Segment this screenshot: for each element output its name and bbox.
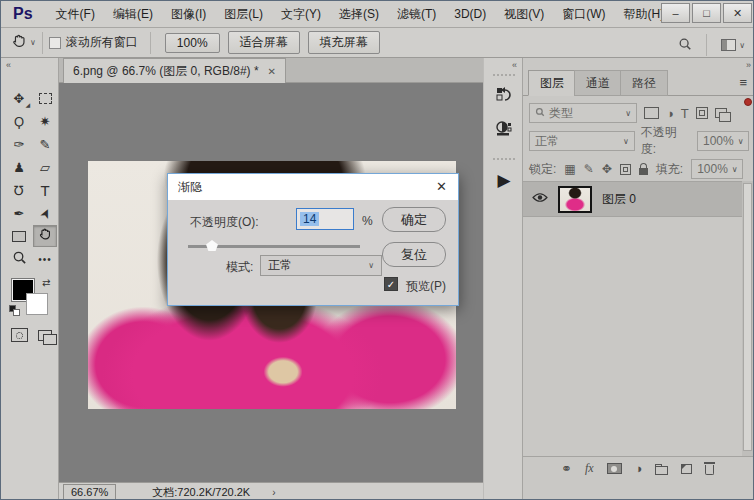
- clone-stamp-tool[interactable]: ♟: [7, 156, 31, 178]
- search-icon[interactable]: [678, 37, 692, 54]
- minimize-button[interactable]: –: [661, 3, 690, 23]
- default-colors-icon[interactable]: [9, 305, 20, 316]
- expand-dock-icon[interactable]: «: [512, 60, 517, 70]
- lock-all-icon[interactable]: [639, 168, 648, 175]
- blend-mode-dropdown[interactable]: 正常∨: [529, 131, 635, 151]
- photoshop-window: Ps 文件(F) 编辑(E) 图像(I) 图层(L) 文字(Y) 选择(S) 滤…: [0, 0, 754, 500]
- menu-view[interactable]: 视图(V): [495, 1, 553, 27]
- chevron-down-icon: ∨: [623, 137, 629, 146]
- visibility-eye-icon[interactable]: [532, 192, 548, 206]
- fit-screen-button[interactable]: 适合屏幕: [228, 31, 300, 54]
- brush-tool[interactable]: ✎: [33, 133, 57, 155]
- reset-button[interactable]: 复位: [382, 242, 446, 267]
- move-tool[interactable]: ✥◢: [7, 87, 31, 109]
- tab-layers[interactable]: 图层: [528, 70, 576, 96]
- tab-channels[interactable]: 通道: [574, 70, 622, 96]
- menu-filter[interactable]: 滤镜(T): [388, 1, 445, 27]
- close-button[interactable]: ✕: [723, 3, 752, 23]
- lasso-tool[interactable]: Ϙ: [7, 110, 31, 132]
- lock-position-icon[interactable]: ✥: [602, 162, 612, 176]
- opacity-label: 不透明度:: [641, 124, 691, 158]
- marquee-tool[interactable]: [33, 87, 57, 109]
- slider-thumb[interactable]: [206, 240, 218, 251]
- tab-paths[interactable]: 路径: [620, 70, 668, 96]
- filter-label: 类型: [549, 105, 573, 122]
- swap-colors-icon[interactable]: ⇄: [42, 277, 50, 288]
- panel-menu-icon[interactable]: ≡: [739, 75, 747, 90]
- adjustments-panel-icon[interactable]: [484, 120, 524, 141]
- layer-thumbnail[interactable]: [558, 186, 592, 213]
- paint-bucket-tool[interactable]: ℧: [7, 179, 31, 201]
- panel-scrollbar[interactable]: [742, 181, 753, 456]
- lock-pixels-icon[interactable]: ✎: [584, 162, 594, 176]
- new-group-icon[interactable]: [655, 466, 668, 475]
- document-tab[interactable]: 6.png @ 66.7% (图层 0, RGB/8#) * ✕: [63, 58, 286, 83]
- menu-edit[interactable]: 编辑(E): [104, 1, 162, 27]
- new-layer-icon[interactable]: [681, 464, 692, 474]
- opacity-label: 不透明度(O):: [190, 214, 259, 231]
- fill-dropdown[interactable]: 100%∨: [691, 159, 743, 179]
- link-layers-icon[interactable]: ⚭: [561, 461, 572, 476]
- menu-layer[interactable]: 图层(L): [215, 1, 272, 27]
- maximize-button[interactable]: □: [692, 3, 721, 23]
- ok-button[interactable]: 确定: [382, 207, 446, 232]
- menu-type[interactable]: 文字(Y): [272, 1, 330, 27]
- filter-type-dropdown[interactable]: 类型 ∨: [529, 103, 637, 123]
- zoom-100-button[interactable]: 100%: [165, 33, 220, 53]
- collapse-tools-icon[interactable]: «: [6, 60, 11, 70]
- hand-icon: [38, 227, 53, 245]
- quick-mask-button[interactable]: [7, 324, 31, 346]
- preview-checkbox[interactable]: ✓: [384, 277, 398, 291]
- add-mask-icon[interactable]: [607, 463, 622, 474]
- filter-type-icon[interactable]: T: [681, 106, 689, 121]
- mode-dropdown[interactable]: 正常 ∨: [260, 255, 382, 276]
- filter-toggle-pin[interactable]: [744, 98, 752, 106]
- document-tab-title: 6.png @ 66.7% (图层 0, RGB/8#) *: [73, 63, 259, 80]
- eraser-tool[interactable]: ▱: [33, 156, 57, 178]
- filter-shape-icon[interactable]: [696, 107, 708, 119]
- background-color-swatch[interactable]: [26, 293, 48, 315]
- opacity-dropdown[interactable]: 100%∨: [697, 131, 749, 151]
- opacity-slider[interactable]: [188, 245, 360, 248]
- scroll-all-windows-checkbox[interactable]: [49, 37, 61, 49]
- menu-select[interactable]: 选择(S): [330, 1, 388, 27]
- new-adjustment-layer-icon[interactable]: ◑: [635, 461, 643, 476]
- layer-row[interactable]: 图层 0: [523, 181, 753, 217]
- menu-image[interactable]: 图像(I): [162, 1, 215, 27]
- path-select-tool[interactable]: ➤: [33, 202, 57, 224]
- scrollbar-thumb[interactable]: [743, 183, 752, 451]
- magic-wand-tool[interactable]: ✷: [33, 110, 57, 132]
- hand-tool-selected[interactable]: [33, 225, 57, 247]
- dialog-close-icon[interactable]: ✕: [436, 179, 447, 194]
- menu-3d[interactable]: 3D(D): [445, 1, 495, 27]
- status-chevron-icon[interactable]: ›: [272, 487, 275, 498]
- pen-tool[interactable]: ✒: [7, 202, 31, 224]
- type-tool[interactable]: T: [33, 179, 57, 201]
- filter-pixel-layers-icon[interactable]: [644, 107, 659, 119]
- dialog-title-bar[interactable]: 渐隐: [168, 174, 458, 200]
- history-panel-icon[interactable]: [484, 86, 524, 107]
- menu-file[interactable]: 文件(F): [47, 1, 104, 27]
- shape-tool[interactable]: [7, 225, 31, 247]
- actions-play-icon[interactable]: ▶: [484, 170, 524, 191]
- workspace-switcher[interactable]: ∨: [721, 39, 745, 51]
- edit-toolbar-button[interactable]: •••: [33, 248, 57, 270]
- lock-transparency-icon[interactable]: ▦: [564, 162, 575, 176]
- zoom-level-field[interactable]: 66.67%: [63, 484, 116, 500]
- hand-tool-preset[interactable]: ∨: [11, 33, 36, 53]
- screen-mode-button[interactable]: [33, 324, 57, 346]
- fill-screen-button[interactable]: 填充屏幕: [308, 31, 380, 54]
- eyedropper-tool[interactable]: ✑: [7, 133, 31, 155]
- collapse-panel-icon[interactable]: »: [746, 60, 751, 70]
- lock-artboard-icon[interactable]: [620, 164, 631, 175]
- filter-smart-object-icon[interactable]: [715, 108, 727, 118]
- menu-window[interactable]: 窗口(W): [553, 1, 614, 27]
- filter-adjustment-icon[interactable]: ◑: [666, 106, 674, 121]
- zoom-tool[interactable]: [7, 248, 31, 270]
- opacity-input[interactable]: 14: [296, 208, 354, 230]
- scroll-all-windows-label: 滚动所有窗口: [66, 34, 138, 51]
- tab-close-icon[interactable]: ✕: [268, 66, 276, 77]
- layer-name[interactable]: 图层 0: [602, 191, 636, 208]
- layer-style-fx-icon[interactable]: fx: [585, 461, 594, 476]
- delete-layer-icon[interactable]: [705, 465, 714, 475]
